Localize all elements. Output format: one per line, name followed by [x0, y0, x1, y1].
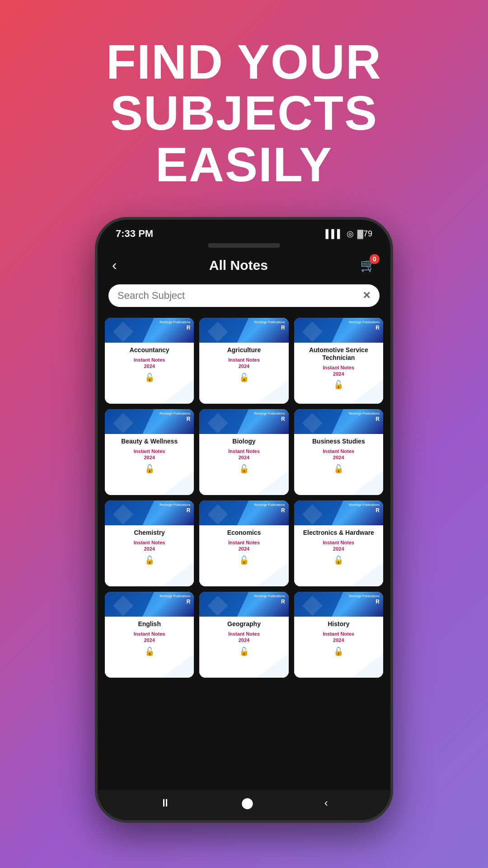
lock-icon: 🔓 [239, 646, 249, 656]
card-header: Recforge Publications R [105, 500, 194, 525]
instant-notes-label: Instant Notes2024 [134, 357, 165, 370]
instant-notes-label: Instant Notes2024 [134, 448, 165, 461]
subject-name: Biology [232, 438, 255, 445]
card-header: Recforge Publications R [105, 592, 194, 617]
lock-icon: 🔓 [239, 555, 249, 565]
publisher-short: R [375, 416, 380, 422]
lock-icon: 🔓 [145, 555, 155, 565]
publisher-short: R [281, 325, 285, 331]
card-header: Recforge Publications R [105, 409, 194, 434]
publisher-short: R [187, 599, 191, 605]
card-body: Automotive Service Technician Instant No… [294, 343, 383, 404]
card-header: Recforge Publications R [199, 409, 288, 434]
publisher-name: Recforge Publications [254, 503, 285, 507]
back-nav-button[interactable]: ‹ [324, 797, 328, 809]
subject-card[interactable]: Recforge Publications R Beauty & Wellnes… [105, 409, 194, 495]
card-body: Accountancy Instant Notes2024 🔓 [105, 343, 194, 404]
publisher-short: R [375, 325, 380, 331]
subject-card[interactable]: Recforge Publications R Automotive Servi… [294, 318, 383, 404]
card-body: Electronics & Hardware Instant Notes2024… [294, 525, 383, 586]
search-input[interactable] [117, 290, 357, 302]
instant-notes-label: Instant Notes2024 [228, 631, 260, 644]
lock-icon: 🔓 [239, 464, 249, 474]
subject-card[interactable]: Recforge Publications R Accountancy Inst… [105, 318, 194, 404]
card-header: Recforge Publications R [294, 592, 383, 617]
status-bar: 7:33 PM ▌▌▌ ◎ ▓79 [98, 220, 390, 243]
battery-icon: ▓79 [357, 229, 372, 239]
card-header: Recforge Publications R [199, 318, 288, 343]
subject-name: Accountancy [130, 346, 169, 354]
home-button[interactable]: ⬤ [241, 797, 253, 809]
card-body: Agriculture Instant Notes2024 🔓 [199, 343, 288, 404]
lock-icon: 🔓 [239, 373, 249, 382]
lock-icon: 🔓 [333, 646, 343, 656]
subject-name: Geography [227, 620, 261, 628]
lock-icon: 🔓 [333, 380, 343, 390]
lock-icon: 🔓 [145, 373, 155, 382]
publisher-short: R [281, 599, 285, 605]
app-title: All Notes [209, 258, 268, 273]
card-body: Business Studies Instant Notes2024 🔓 [294, 434, 383, 495]
lock-icon: 🔓 [145, 646, 155, 656]
bottom-nav: ⏸ ⬤ ‹ [98, 790, 390, 820]
card-header: Recforge Publications R [199, 592, 288, 617]
subject-name: Economics [227, 529, 261, 537]
subject-name: Agriculture [227, 346, 261, 354]
instant-notes-label: Instant Notes2024 [323, 539, 354, 552]
publisher-name: Recforge Publications [160, 594, 190, 598]
hero-title: FIND YOUR SUBJECTS EASILY [0, 36, 488, 190]
subject-card[interactable]: Recforge Publications R Geography Instan… [199, 592, 288, 678]
instant-notes-label: Instant Notes2024 [323, 448, 354, 461]
hero-line2: SUBJECTS EASILY [27, 87, 461, 190]
lock-icon: 🔓 [333, 555, 343, 565]
subject-card[interactable]: Recforge Publications R Biology Instant … [199, 409, 288, 495]
card-body: History Instant Notes2024 🔓 [294, 617, 383, 678]
instant-notes-label: Instant Notes2024 [323, 631, 354, 644]
subject-card[interactable]: Recforge Publications R Agriculture Inst… [199, 318, 288, 404]
instant-notes-label: Instant Notes2024 [134, 631, 165, 644]
subject-card[interactable]: Recforge Publications R Chemistry Instan… [105, 500, 194, 586]
card-body: Chemistry Instant Notes2024 🔓 [105, 525, 194, 586]
publisher-name: Recforge Publications [254, 412, 285, 415]
publisher-short: R [187, 507, 191, 514]
lock-icon: 🔓 [333, 464, 343, 474]
search-bar[interactable]: ✕ [108, 284, 380, 307]
subject-name: Automotive Service Technician [297, 346, 380, 362]
subject-name: History [328, 620, 349, 628]
publisher-name: Recforge Publications [349, 412, 380, 415]
status-icons: ▌▌▌ ◎ ▓79 [326, 229, 372, 239]
publisher-name: Recforge Publications [160, 503, 190, 507]
phone-shell: 7:33 PM ▌▌▌ ◎ ▓79 ‹ All Notes 🛒 [95, 217, 393, 823]
publisher-name: Recforge Publications [254, 321, 285, 324]
subject-name: Electronics & Hardware [303, 529, 374, 537]
instant-notes-label: Instant Notes2024 [228, 539, 260, 552]
lock-icon: 🔓 [145, 464, 155, 474]
signal-icon: ▌▌▌ [326, 229, 343, 239]
wifi-icon: ◎ [347, 229, 354, 239]
publisher-name: Recforge Publications [160, 321, 190, 324]
subject-name: Business Studies [312, 438, 365, 445]
back-button[interactable]: ‹ [112, 257, 117, 274]
instant-notes-label: Instant Notes2024 [323, 364, 354, 377]
subject-name: Chemistry [134, 529, 164, 537]
notch [208, 243, 280, 248]
app-bar: ‹ All Notes 🛒 0 [98, 250, 390, 281]
subject-card[interactable]: Recforge Publications R History Instant … [294, 592, 383, 678]
pause-button[interactable]: ⏸ [160, 797, 171, 809]
publisher-short: R [281, 507, 285, 514]
instant-notes-label: Instant Notes2024 [228, 357, 260, 370]
card-body: Biology Instant Notes2024 🔓 [199, 434, 288, 495]
cart-badge: 0 [370, 254, 380, 264]
card-body: Geography Instant Notes2024 🔓 [199, 617, 288, 678]
card-body: Beauty & Wellness Instant Notes2024 🔓 [105, 434, 194, 495]
subject-card[interactable]: Recforge Publications R Business Studies… [294, 409, 383, 495]
subject-card[interactable]: Recforge Publications R English Instant … [105, 592, 194, 678]
notch-bar [98, 243, 390, 250]
search-clear-button[interactable]: ✕ [362, 290, 371, 302]
publisher-short: R [281, 416, 285, 422]
instant-notes-label: Instant Notes2024 [228, 448, 260, 461]
card-header: Recforge Publications R [199, 500, 288, 525]
subject-card[interactable]: Recforge Publications R Economics Instan… [199, 500, 288, 586]
cart-button[interactable]: 🛒 0 [360, 258, 376, 273]
subject-card[interactable]: Recforge Publications R Electronics & Ha… [294, 500, 383, 586]
